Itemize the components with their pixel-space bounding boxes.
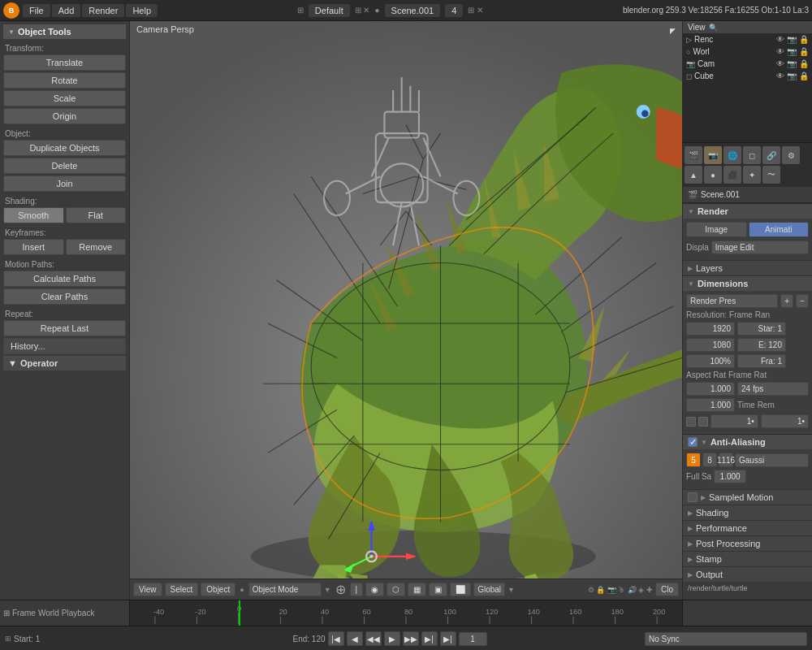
height-field[interactable]: 1080 — [686, 338, 735, 352]
percent-field[interactable]: 100% — [686, 354, 735, 368]
scene-name[interactable]: Scene.001 — [385, 4, 441, 17]
menu-file[interactable]: File — [23, 4, 50, 17]
outliner-item-worl[interactable]: ○ Worl 👁 📷 🔒 — [683, 46, 812, 58]
cam-icon-renc[interactable]: 📷 — [787, 35, 797, 44]
lock-icon-renc[interactable]: 🔒 — [799, 35, 809, 44]
menu-add[interactable]: Add — [52, 4, 81, 17]
remove-button[interactable]: Remove — [66, 239, 127, 255]
shading-btn-6[interactable]: ⬜ — [450, 583, 471, 596]
animation-render-btn[interactable]: Animati — [749, 222, 810, 237]
play-btn[interactable]: ▶ — [384, 631, 400, 646]
rotate-button[interactable]: Rotate — [3, 72, 126, 89]
join-button[interactable]: Join — [3, 176, 126, 192]
play-reverse-btn[interactable]: ◀◀ — [365, 631, 382, 646]
time-field2[interactable]: 1• — [761, 414, 809, 428]
check1[interactable] — [686, 417, 696, 427]
frame-number[interactable]: 4 — [445, 4, 463, 17]
render-header[interactable]: ▼ Render — [683, 204, 812, 219]
aspect-y-field[interactable]: 1.000 — [686, 398, 735, 412]
aa-sample-5[interactable]: 5 — [686, 453, 701, 467]
shading-btn-3[interactable]: ⬡ — [387, 583, 405, 596]
shading-btn-5[interactable]: ▣ — [429, 583, 447, 596]
shading-btn-4[interactable]: ▦ — [408, 583, 426, 596]
object-menu-btn[interactable]: Object — [201, 583, 235, 596]
width-field[interactable]: 1920 — [686, 322, 735, 336]
outliner-view-menu[interactable]: View — [688, 23, 706, 32]
fps-dropdown[interactable]: 24 fps — [737, 382, 809, 396]
render-preset-dropdown[interactable]: Render Pres — [686, 294, 778, 308]
end-frame-field[interactable]: E: 120 — [737, 338, 786, 352]
play-forward-btn[interactable]: ▶▶ — [403, 631, 419, 646]
scale-button[interactable]: Scale — [3, 90, 126, 106]
sampled-motion-check[interactable] — [688, 492, 698, 502]
prop-icon-modifiers[interactable]: ⚙ — [782, 146, 800, 164]
outliner-item-renc[interactable]: ▷ Renc 👁 📷 🔒 — [683, 33, 812, 46]
history-button[interactable]: History... — [3, 338, 126, 354]
aa-checkbox[interactable]: ✓ — [688, 437, 698, 447]
aa-filter-dropdown[interactable]: Gaussi — [735, 453, 809, 467]
lock-icon-cam[interactable]: 🔒 — [799, 59, 809, 68]
select-menu-btn[interactable]: Select — [165, 583, 199, 596]
cam-icon-cube[interactable]: 📷 — [787, 72, 797, 80]
anti-aliasing-header[interactable]: ✓ ▼ Anti-Aliasing — [683, 435, 812, 449]
display-dropdown[interactable]: Image Edit — [711, 240, 809, 254]
prop-icon-data[interactable]: ▲ — [685, 166, 702, 184]
stamp-section[interactable]: ▶ Stamp — [683, 551, 812, 566]
outliner-item-cam[interactable]: 📷 Cam 👁 📷 🔒 — [683, 58, 812, 70]
aa-sample-8[interactable]: 8 — [702, 453, 717, 467]
prop-icon-material[interactable]: ● — [704, 166, 722, 184]
mode-dropdown[interactable]: Object Mode — [248, 583, 322, 596]
current-frame-field[interactable]: 1 — [459, 632, 487, 646]
prop-icon-world[interactable]: 🌐 — [723, 146, 741, 164]
clear-paths-button[interactable]: Clear Paths — [3, 288, 126, 305]
sampled-motion-section[interactable]: ▶ Sampled Motion — [683, 489, 812, 505]
check2[interactable] — [698, 417, 708, 427]
cam-icon-cam[interactable]: 📷 — [787, 59, 797, 68]
prev-frame-btn[interactable]: ◀ — [347, 631, 363, 646]
start-frame-field[interactable]: Star: 1 — [737, 322, 786, 336]
output-section[interactable]: ▶ Output — [683, 566, 812, 582]
global-dropdown[interactable]: Global — [473, 583, 505, 596]
menu-render[interactable]: Render — [82, 4, 124, 17]
prop-icon-object[interactable]: ◻ — [743, 146, 761, 164]
next-frame-btn[interactable]: ▶| — [421, 631, 438, 646]
lock-icon-worl[interactable]: 🔒 — [799, 47, 809, 56]
duplicate-objects-button[interactable]: Duplicate Objects — [3, 140, 126, 156]
post-processing-section[interactable]: ▶ Post Processing — [683, 535, 812, 551]
smooth-button[interactable]: Smooth — [3, 207, 64, 223]
eye-icon-renc[interactable]: 👁 — [776, 35, 784, 44]
eye-icon-cam[interactable]: 👁 — [776, 59, 784, 68]
flat-button[interactable]: Flat — [66, 207, 127, 223]
shading-section[interactable]: ▶ Shading — [683, 505, 812, 520]
remove-preset-btn[interactable]: − — [796, 294, 809, 308]
delete-button[interactable]: Delete — [3, 158, 126, 174]
shading-btn-2[interactable]: ◉ — [365, 583, 384, 596]
outliner-item-cube[interactable]: ◻ Cube 👁 📷 🔒 — [683, 70, 812, 82]
translate-button[interactable]: Translate — [3, 54, 126, 71]
layout-default[interactable]: Default — [309, 4, 350, 17]
calculate-paths-button[interactable]: Calculate Paths — [3, 271, 126, 287]
add-preset-btn[interactable]: + — [780, 294, 793, 308]
jump-end-btn[interactable]: ▶| — [440, 631, 456, 646]
fra-field[interactable]: Fra: 1 — [737, 354, 786, 368]
view-menu-btn[interactable]: View — [133, 583, 162, 596]
eye-icon-worl[interactable]: 👁 — [776, 47, 784, 56]
image-render-btn[interactable]: Image — [686, 222, 747, 237]
cam-icon-worl[interactable]: 📷 — [787, 47, 797, 56]
prop-icon-render[interactable]: 📷 — [704, 146, 722, 164]
viewport[interactable]: Camera Persp ◤ — [130, 21, 682, 600]
prop-icon-scene[interactable]: 🎬 — [685, 146, 702, 164]
time-field1[interactable]: 1• — [710, 414, 758, 428]
origin-button[interactable]: Origin — [3, 108, 126, 124]
lock-icon-cube[interactable]: 🔒 — [799, 72, 809, 80]
repeat-last-button[interactable]: Repeat Last — [3, 320, 126, 336]
aa-filter-value[interactable]: 1.000 — [714, 470, 746, 483]
no-sync-dropdown[interactable]: No Sync — [645, 632, 807, 646]
aspect-x-field[interactable]: 1.000 — [686, 382, 735, 396]
shading-btn-1[interactable]: | — [350, 583, 364, 596]
viewport-corner-button[interactable]: ◤ — [666, 24, 679, 37]
dimensions-header[interactable]: ▼ Dimensions — [683, 276, 812, 291]
prop-icon-particles[interactable]: ✦ — [743, 166, 761, 184]
prop-icon-physics[interactable]: 〜 — [762, 166, 780, 184]
outliner-search[interactable]: 🔍 — [709, 24, 718, 32]
